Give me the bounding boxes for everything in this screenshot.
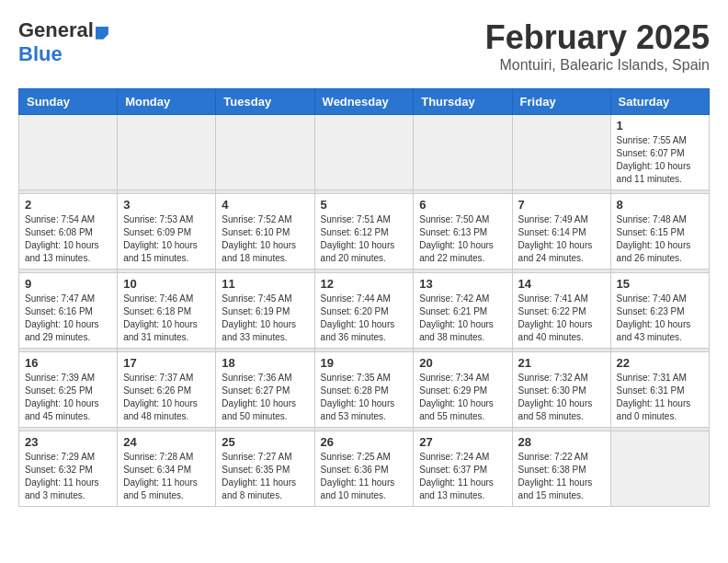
day-info: Sunrise: 7:45 AM Sunset: 6:19 PM Dayligh… — [222, 293, 308, 344]
table-row: 24Sunrise: 7:28 AM Sunset: 6:34 PM Dayli… — [118, 431, 216, 507]
table-row: 14Sunrise: 7:41 AM Sunset: 6:22 PM Dayli… — [512, 273, 610, 349]
table-row — [610, 431, 709, 507]
table-row: 26Sunrise: 7:25 AM Sunset: 6:36 PM Dayli… — [314, 431, 414, 507]
day-number: 26 — [321, 435, 408, 449]
day-info: Sunrise: 7:41 AM Sunset: 6:22 PM Dayligh… — [518, 293, 605, 344]
day-info: Sunrise: 7:55 AM Sunset: 6:07 PM Dayligh… — [617, 134, 703, 186]
table-row: 6Sunrise: 7:50 AM Sunset: 6:13 PM Daylig… — [414, 194, 512, 270]
table-row: 27Sunrise: 7:24 AM Sunset: 6:37 PM Dayli… — [414, 431, 512, 507]
day-info: Sunrise: 7:37 AM Sunset: 6:26 PM Dayligh… — [123, 372, 210, 423]
table-row: 20Sunrise: 7:34 AM Sunset: 6:29 PM Dayli… — [414, 352, 512, 428]
day-info: Sunrise: 7:24 AM Sunset: 6:37 PM Dayligh… — [419, 451, 506, 502]
header-wednesday: Wednesday — [314, 89, 414, 115]
table-row: 7Sunrise: 7:49 AM Sunset: 6:14 PM Daylig… — [512, 194, 610, 270]
day-number: 20 — [419, 356, 506, 370]
table-row: 9Sunrise: 7:47 AM Sunset: 6:16 PM Daylig… — [19, 273, 118, 349]
day-info: Sunrise: 7:54 AM Sunset: 6:08 PM Dayligh… — [25, 213, 111, 265]
day-info: Sunrise: 7:48 AM Sunset: 6:15 PM Dayligh… — [617, 213, 703, 265]
day-info: Sunrise: 7:42 AM Sunset: 6:21 PM Dayligh… — [419, 293, 506, 344]
day-number: 8 — [617, 198, 703, 212]
table-row — [118, 115, 216, 190]
table-row: 5Sunrise: 7:51 AM Sunset: 6:12 PM Daylig… — [314, 194, 414, 270]
table-row — [19, 115, 118, 190]
day-number: 6 — [419, 198, 506, 212]
table-row: 25Sunrise: 7:27 AM Sunset: 6:35 PM Dayli… — [216, 431, 314, 507]
table-row: 2Sunrise: 7:54 AM Sunset: 6:08 PM Daylig… — [19, 194, 118, 270]
day-info: Sunrise: 7:40 AM Sunset: 6:23 PM Dayligh… — [617, 293, 703, 344]
table-row — [512, 115, 610, 190]
day-number: 24 — [123, 435, 210, 449]
day-number: 12 — [321, 277, 408, 291]
day-number: 3 — [123, 198, 210, 212]
logo-general: General — [18, 18, 94, 41]
day-info: Sunrise: 7:46 AM Sunset: 6:18 PM Dayligh… — [123, 293, 210, 344]
day-info: Sunrise: 7:53 AM Sunset: 6:09 PM Dayligh… — [123, 213, 210, 265]
day-number: 1 — [617, 119, 703, 132]
table-row: 10Sunrise: 7:46 AM Sunset: 6:18 PM Dayli… — [118, 273, 216, 349]
table-row: 28Sunrise: 7:22 AM Sunset: 6:38 PM Dayli… — [512, 431, 610, 507]
day-number: 21 — [518, 356, 605, 370]
table-row: 1Sunrise: 7:55 AM Sunset: 6:07 PM Daylig… — [610, 115, 709, 190]
table-row: 22Sunrise: 7:31 AM Sunset: 6:31 PM Dayli… — [610, 352, 709, 428]
day-info: Sunrise: 7:28 AM Sunset: 6:34 PM Dayligh… — [123, 451, 210, 502]
table-row: 8Sunrise: 7:48 AM Sunset: 6:15 PM Daylig… — [610, 194, 709, 270]
table-row: 13Sunrise: 7:42 AM Sunset: 6:21 PM Dayli… — [414, 273, 512, 349]
day-number: 25 — [222, 435, 308, 449]
day-number: 9 — [25, 277, 111, 291]
table-row: 16Sunrise: 7:39 AM Sunset: 6:25 PM Dayli… — [19, 352, 118, 428]
table-row — [216, 115, 314, 190]
day-info: Sunrise: 7:31 AM Sunset: 6:31 PM Dayligh… — [617, 372, 703, 423]
day-info: Sunrise: 7:51 AM Sunset: 6:12 PM Dayligh… — [321, 213, 408, 265]
header-thursday: Thursday — [414, 89, 512, 115]
day-number: 17 — [123, 356, 210, 370]
title-section: February 2025 Montuiri, Balearic Islands… — [485, 18, 710, 74]
day-number: 2 — [25, 198, 111, 212]
header-sunday: Sunday — [19, 89, 118, 115]
day-info: Sunrise: 7:25 AM Sunset: 6:36 PM Dayligh… — [321, 451, 408, 502]
day-info: Sunrise: 7:32 AM Sunset: 6:30 PM Dayligh… — [518, 372, 605, 423]
day-number: 27 — [419, 435, 506, 449]
day-number: 28 — [518, 435, 605, 449]
month-title: February 2025 — [485, 18, 710, 57]
calendar-week-row: 16Sunrise: 7:39 AM Sunset: 6:25 PM Dayli… — [19, 352, 710, 428]
table-row — [314, 115, 414, 190]
day-info: Sunrise: 7:44 AM Sunset: 6:20 PM Dayligh… — [321, 293, 408, 344]
day-info: Sunrise: 7:27 AM Sunset: 6:35 PM Dayligh… — [222, 451, 308, 502]
day-number: 5 — [321, 198, 408, 212]
table-row: 19Sunrise: 7:35 AM Sunset: 6:28 PM Dayli… — [314, 352, 414, 428]
calendar: Sunday Monday Tuesday Wednesday Thursday… — [18, 88, 710, 507]
table-row: 18Sunrise: 7:36 AM Sunset: 6:27 PM Dayli… — [216, 352, 314, 428]
day-info: Sunrise: 7:47 AM Sunset: 6:16 PM Dayligh… — [25, 293, 111, 344]
day-number: 18 — [222, 356, 308, 370]
calendar-week-row: 9Sunrise: 7:47 AM Sunset: 6:16 PM Daylig… — [19, 273, 710, 349]
day-info: Sunrise: 7:39 AM Sunset: 6:25 PM Dayligh… — [25, 372, 111, 423]
day-info: Sunrise: 7:29 AM Sunset: 6:32 PM Dayligh… — [25, 451, 111, 502]
day-info: Sunrise: 7:52 AM Sunset: 6:10 PM Dayligh… — [222, 213, 308, 265]
day-number: 16 — [25, 356, 111, 370]
calendar-week-row: 23Sunrise: 7:29 AM Sunset: 6:32 PM Dayli… — [19, 431, 710, 507]
header-friday: Friday — [512, 89, 610, 115]
header-monday: Monday — [118, 89, 216, 115]
day-number: 23 — [25, 435, 111, 449]
logo-text: General — [18, 18, 108, 42]
day-info: Sunrise: 7:35 AM Sunset: 6:28 PM Dayligh… — [321, 372, 408, 423]
calendar-header-row: Sunday Monday Tuesday Wednesday Thursday… — [19, 89, 710, 115]
day-number: 11 — [222, 277, 308, 291]
day-number: 15 — [617, 277, 703, 291]
location: Montuiri, Balearic Islands, Spain — [485, 57, 710, 74]
header-saturday: Saturday — [610, 89, 709, 115]
table-row: 15Sunrise: 7:40 AM Sunset: 6:23 PM Dayli… — [610, 273, 709, 349]
logo-icon — [96, 27, 108, 40]
page-header: General Blue February 2025 Montuiri, Bal… — [18, 18, 710, 74]
day-number: 7 — [518, 198, 605, 212]
table-row: 12Sunrise: 7:44 AM Sunset: 6:20 PM Dayli… — [314, 273, 414, 349]
table-row: 11Sunrise: 7:45 AM Sunset: 6:19 PM Dayli… — [216, 273, 314, 349]
day-info: Sunrise: 7:22 AM Sunset: 6:38 PM Dayligh… — [518, 451, 605, 502]
logo-blue: Blue — [18, 42, 63, 66]
day-number: 13 — [419, 277, 506, 291]
day-info: Sunrise: 7:50 AM Sunset: 6:13 PM Dayligh… — [419, 213, 506, 265]
table-row: 4Sunrise: 7:52 AM Sunset: 6:10 PM Daylig… — [216, 194, 314, 270]
calendar-week-row: 1Sunrise: 7:55 AM Sunset: 6:07 PM Daylig… — [19, 115, 710, 190]
day-number: 19 — [321, 356, 408, 370]
day-number: 22 — [617, 356, 703, 370]
